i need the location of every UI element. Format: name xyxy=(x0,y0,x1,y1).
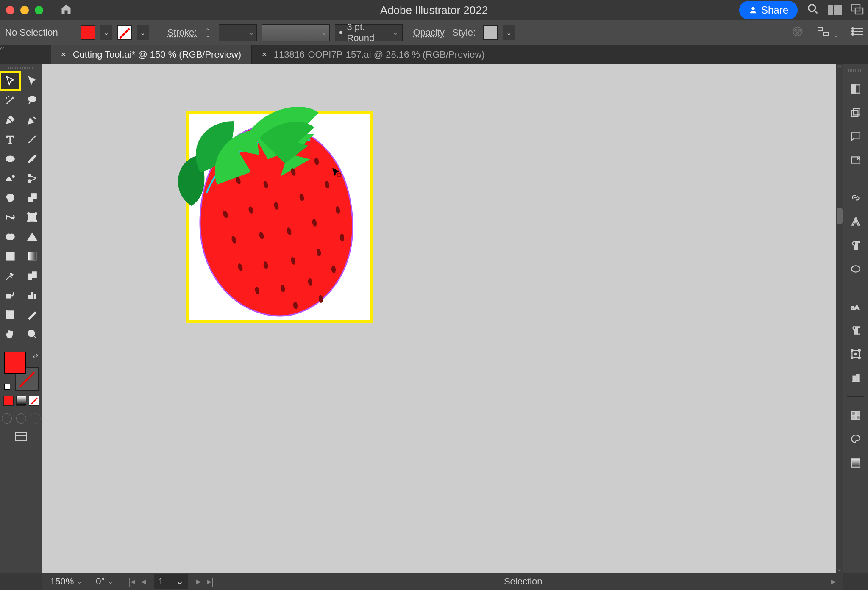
scissors-tool[interactable] xyxy=(22,169,42,187)
stroke-swatch[interactable] xyxy=(117,25,132,40)
search-icon[interactable] xyxy=(807,3,819,18)
curvature-tool[interactable] xyxy=(22,111,42,129)
zoom-dropdown[interactable]: 150% ⌄ xyxy=(50,576,82,587)
transform-panel-icon[interactable] xyxy=(851,27,863,39)
align-icon[interactable]: ⌄ xyxy=(816,25,838,40)
character-panel-icon[interactable] xyxy=(849,215,862,228)
stroke-label[interactable]: Stroke: xyxy=(167,27,197,38)
svg-rect-10 xyxy=(818,27,822,30)
column-graph-tool[interactable] xyxy=(22,286,42,304)
artboard-selected[interactable] xyxy=(189,114,370,320)
scale-tool[interactable] xyxy=(22,189,42,207)
free-transform-tool[interactable] xyxy=(22,208,42,226)
comments-panel-icon[interactable] xyxy=(849,130,862,143)
align-panel-icon[interactable] xyxy=(849,371,862,385)
svg-point-7 xyxy=(798,29,801,31)
panel-grip-icon[interactable] xyxy=(8,67,34,69)
transform-panel-icon[interactable] xyxy=(849,347,862,361)
status-menu-icon[interactable]: ▸ xyxy=(831,576,836,587)
fill-color-indicator[interactable] xyxy=(4,352,26,374)
workspace-switcher-icon[interactable] xyxy=(851,4,864,17)
collapse-handle-icon[interactable]: ‹‹ xyxy=(0,45,8,53)
opentype-panel-icon[interactable] xyxy=(849,262,862,276)
close-tab-icon[interactable]: × xyxy=(262,50,267,59)
pen-tool[interactable] xyxy=(0,111,20,129)
scroll-down-icon[interactable]: ⌄ xyxy=(836,565,843,572)
vertical-scrollbar[interactable]: ⌃ ⌄ xyxy=(836,64,843,573)
last-artboard-icon[interactable]: ▸| xyxy=(206,576,215,587)
rotate-tool[interactable] xyxy=(0,189,20,207)
screen-mode-icon[interactable] xyxy=(15,432,28,445)
shaper-tool[interactable] xyxy=(0,169,20,187)
panel-grip-icon[interactable] xyxy=(848,69,863,72)
arrange-documents-icon[interactable] xyxy=(828,5,842,15)
magic-wand-tool[interactable] xyxy=(0,91,20,109)
line-tool[interactable] xyxy=(22,130,42,148)
slice-tool[interactable] xyxy=(22,306,42,324)
next-artboard-icon[interactable]: ▸ xyxy=(194,576,203,587)
eyedropper-tool[interactable] xyxy=(0,267,20,285)
share-button[interactable]: Share xyxy=(739,1,798,19)
tab-second-doc[interactable]: × 113816-OOPI7P-157.ai @ 28.16 % (RGB/Pr… xyxy=(252,45,495,64)
opacity-label[interactable]: Opacity xyxy=(413,27,445,38)
hand-tool[interactable] xyxy=(0,325,20,343)
color-mode-solid[interactable] xyxy=(3,396,14,406)
draw-behind-icon[interactable] xyxy=(16,413,26,424)
default-fill-stroke-icon[interactable] xyxy=(4,384,10,390)
swap-fill-stroke-icon[interactable]: ⇄ xyxy=(33,352,38,360)
perspective-grid-tool[interactable] xyxy=(22,228,42,246)
layers-panel-icon[interactable] xyxy=(849,106,862,119)
links-panel-icon[interactable] xyxy=(849,191,862,205)
tab-cutting-tool[interactable]: × Cutting Tool.ai* @ 150 % (RGB/Preview) xyxy=(51,45,252,64)
zoom-window-button[interactable] xyxy=(35,6,43,14)
fill-swatch[interactable] xyxy=(81,25,95,40)
draw-normal-icon[interactable] xyxy=(2,413,12,424)
gradient-panel-icon[interactable] xyxy=(849,456,862,470)
graphic-style-swatch[interactable] xyxy=(483,25,498,40)
stroke-weight-stepper[interactable]: ⌃⌄ xyxy=(202,24,214,41)
prev-artboard-icon[interactable]: ◂ xyxy=(139,576,148,587)
brush-definition-dropdown[interactable]: ⌄ xyxy=(262,24,330,41)
paragraph-panel-icon[interactable] xyxy=(849,238,862,252)
fill-stroke-indicator[interactable]: ⇄ xyxy=(4,352,38,390)
stroke-weight-dropdown[interactable]: ⌄ xyxy=(219,24,257,41)
artboard-number-field[interactable]: 1 ⌄ xyxy=(154,574,188,589)
swatches-panel-icon[interactable] xyxy=(849,409,862,422)
stroke-dropdown[interactable]: ⌄ xyxy=(137,25,149,40)
minimize-window-button[interactable] xyxy=(20,6,29,14)
zoom-tool[interactable] xyxy=(22,325,42,343)
symbol-sprayer-tool[interactable] xyxy=(0,286,20,304)
character-styles-panel-icon[interactable]: aA xyxy=(849,300,862,313)
mesh-tool[interactable] xyxy=(0,247,20,265)
home-icon[interactable] xyxy=(60,3,72,18)
lasso-tool[interactable] xyxy=(22,91,42,109)
close-window-button[interactable] xyxy=(6,6,14,14)
ellipse-tool[interactable] xyxy=(0,150,20,168)
rotation-dropdown[interactable]: 0° ⌄ xyxy=(96,576,113,587)
color-panel-icon[interactable] xyxy=(849,432,862,446)
properties-panel-icon[interactable] xyxy=(849,82,862,96)
paragraph-styles-panel-icon[interactable] xyxy=(849,324,862,337)
selection-tool[interactable] xyxy=(0,72,20,90)
color-mode-gradient[interactable] xyxy=(16,396,26,406)
fill-dropdown[interactable]: ⌄ xyxy=(100,25,112,40)
artboard-tool[interactable] xyxy=(0,306,20,324)
scroll-up-icon[interactable]: ⌃ xyxy=(836,64,843,71)
blend-tool[interactable] xyxy=(22,267,42,285)
direct-selection-tool[interactable] xyxy=(22,72,42,90)
color-mode-none[interactable] xyxy=(29,396,39,406)
style-dropdown[interactable]: ⌄ xyxy=(503,25,515,40)
scrollbar-thumb[interactable] xyxy=(837,208,843,224)
first-artboard-icon[interactable]: |◂ xyxy=(127,576,136,587)
draw-inside-icon[interactable] xyxy=(31,413,41,424)
libraries-panel-icon[interactable] xyxy=(849,153,862,167)
paintbrush-tool[interactable] xyxy=(22,150,42,168)
gradient-tool[interactable] xyxy=(22,247,42,265)
recolor-icon[interactable] xyxy=(792,25,804,40)
close-tab-icon[interactable]: × xyxy=(61,50,66,59)
shape-builder-tool[interactable] xyxy=(0,228,20,246)
type-tool[interactable] xyxy=(0,130,20,148)
width-tool[interactable] xyxy=(0,208,20,226)
width-profile-dropdown[interactable]: 3 pt. Round ⌄ xyxy=(335,24,403,41)
canvas[interactable]: ⌃ ⌄ xyxy=(42,64,843,573)
